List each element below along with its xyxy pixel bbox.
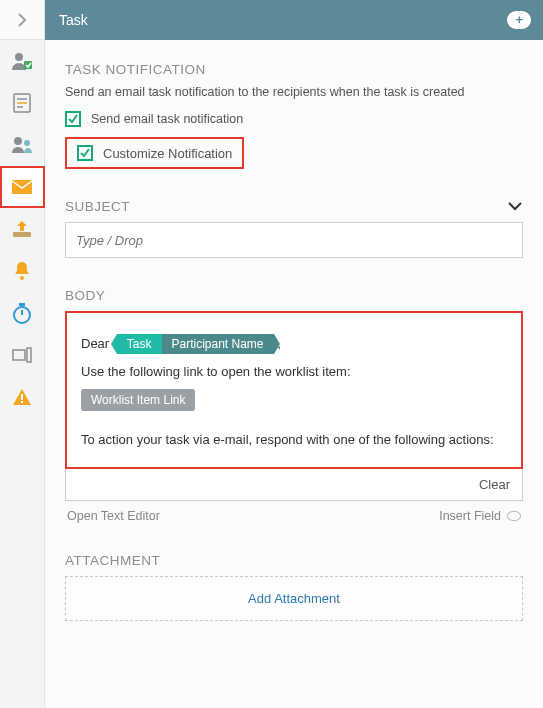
section-subject: SUBJECT bbox=[65, 199, 523, 258]
document-icon bbox=[13, 93, 31, 113]
section-attachment: ATTACHMENT Add Attachment bbox=[65, 553, 523, 621]
page-title: Task bbox=[59, 12, 88, 28]
svg-rect-9 bbox=[13, 232, 31, 237]
add-attachment-button[interactable]: Add Attachment bbox=[65, 576, 523, 621]
nav-collapse-toggle[interactable] bbox=[0, 0, 44, 40]
section-task-notification: TASK NOTIFICATION Send an email task not… bbox=[65, 62, 523, 169]
svg-point-7 bbox=[24, 140, 30, 146]
envelope-icon bbox=[11, 179, 33, 195]
section-title-attachment: ATTACHMENT bbox=[65, 553, 523, 568]
svg-rect-17 bbox=[21, 401, 23, 403]
nav-item-forms[interactable] bbox=[0, 82, 45, 124]
nav-item-reminders[interactable] bbox=[0, 250, 45, 292]
svg-rect-16 bbox=[21, 394, 23, 400]
notification-desc: Send an email task notification to the r… bbox=[65, 85, 523, 99]
body-editor[interactable]: Dear TaskParticipant Name , Use the foll… bbox=[65, 311, 523, 469]
nav-item-approvers[interactable] bbox=[0, 40, 45, 82]
svg-rect-8 bbox=[12, 180, 32, 194]
label-customize: Customize Notification bbox=[103, 146, 232, 161]
checkmark-icon bbox=[68, 114, 78, 124]
svg-rect-14 bbox=[13, 350, 25, 360]
bell-icon bbox=[13, 261, 31, 281]
section-title-subject: SUBJECT bbox=[65, 199, 130, 214]
nav-item-outbox[interactable] bbox=[0, 208, 45, 250]
subject-collapse-toggle[interactable] bbox=[507, 199, 523, 214]
chevron-down-icon bbox=[507, 201, 523, 211]
nav-item-timer[interactable] bbox=[0, 292, 45, 334]
chip-participant-name[interactable]: Participant Name bbox=[162, 334, 274, 354]
nav-item-warnings[interactable] bbox=[0, 376, 45, 418]
svg-point-6 bbox=[14, 137, 22, 145]
svg-point-0 bbox=[15, 53, 23, 61]
nav-item-email[interactable] bbox=[0, 166, 45, 208]
add-attachment-label: Add Attachment bbox=[248, 591, 340, 606]
body-greeting-prefix: Dear bbox=[81, 336, 109, 351]
svg-rect-15 bbox=[27, 348, 31, 362]
main-panel: Task + TASK NOTIFICATION Send an email t… bbox=[45, 0, 543, 708]
checkbox-customize[interactable] bbox=[77, 145, 93, 161]
nav-item-layout[interactable] bbox=[0, 334, 45, 376]
chip-worklist-link[interactable]: Worklist Item Link bbox=[81, 389, 195, 411]
section-title-body: BODY bbox=[65, 288, 523, 303]
section-body: BODY Dear TaskParticipant Name , Use the… bbox=[65, 288, 523, 523]
insert-field-link[interactable]: Insert Field bbox=[439, 509, 501, 523]
eye-icon bbox=[507, 511, 521, 521]
user-check-icon bbox=[11, 51, 33, 71]
tray-up-icon bbox=[12, 220, 32, 238]
subject-input[interactable] bbox=[65, 222, 523, 258]
open-text-editor-link[interactable]: Open Text Editor bbox=[67, 509, 160, 523]
checkbox-send-email[interactable] bbox=[65, 111, 81, 127]
body-link-intro: Use the following link to open the workl… bbox=[81, 361, 507, 383]
stopwatch-icon bbox=[12, 302, 32, 324]
add-button[interactable]: + bbox=[507, 11, 531, 29]
users-icon bbox=[11, 136, 33, 154]
body-actions-intro: To action your task via e-mail, respond … bbox=[81, 429, 507, 451]
side-nav bbox=[0, 0, 45, 708]
warning-icon bbox=[12, 388, 32, 406]
topbar: Task + bbox=[45, 0, 543, 40]
clear-button[interactable]: Clear bbox=[479, 477, 510, 492]
chip-task[interactable]: Task bbox=[117, 334, 162, 354]
layout-icon bbox=[12, 347, 32, 363]
svg-rect-13 bbox=[19, 303, 25, 306]
chevron-right-icon bbox=[17, 13, 27, 27]
checkmark-icon bbox=[80, 148, 90, 158]
section-title-notification: TASK NOTIFICATION bbox=[65, 62, 523, 77]
svg-point-10 bbox=[20, 276, 24, 280]
highlight-customize-notification: Customize Notification bbox=[65, 137, 244, 169]
nav-item-participants[interactable] bbox=[0, 124, 45, 166]
label-send-email: Send email task notification bbox=[91, 112, 243, 126]
